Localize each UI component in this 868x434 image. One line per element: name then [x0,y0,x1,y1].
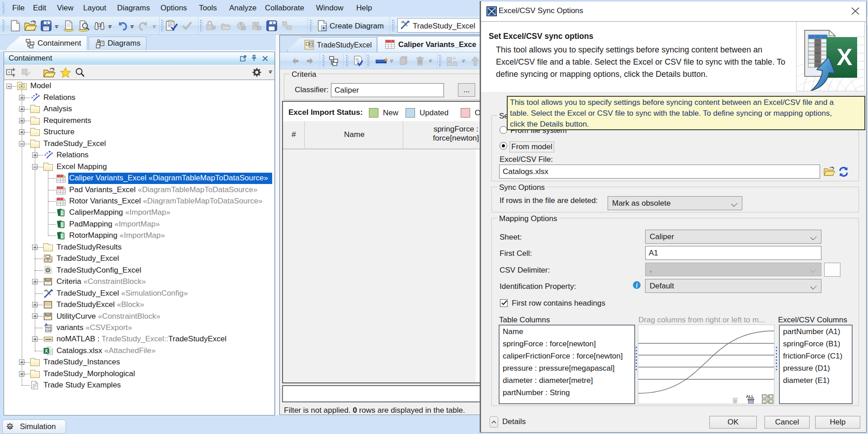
svg-text:ALL: ALL [746,394,754,399]
svg-text:{0}: {0} [46,313,50,317]
svg-text:CSV: CSV [45,329,51,332]
svg-text:{0}: {0} [46,278,50,282]
svg-text:X: X [837,44,853,70]
svg-text:TSV: TSV [46,326,51,329]
svg-text:X: X [45,348,48,354]
